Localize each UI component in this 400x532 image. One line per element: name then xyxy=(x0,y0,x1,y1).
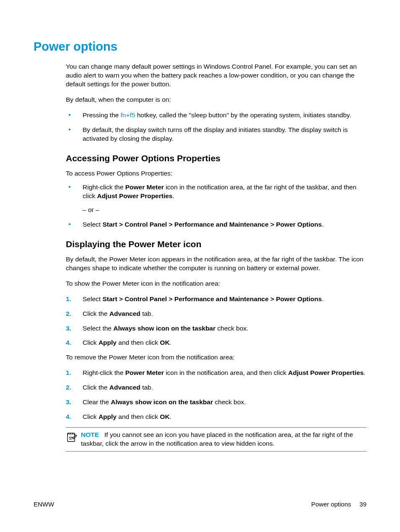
note-icon xyxy=(66,430,81,443)
section-heading-displaying: Displaying the Power Meter icon xyxy=(66,238,366,250)
list-item: 2.Click the Advanced tab. xyxy=(66,310,366,318)
access-bullet-list: Right-click the Power Meter icon in the … xyxy=(66,183,366,229)
display-paragraph-1: By default, the Power Meter icon appears… xyxy=(66,255,366,273)
footer-page-number: 39 xyxy=(359,500,366,509)
bold-text: Advanced xyxy=(109,384,140,391)
step-number: 3. xyxy=(66,324,71,333)
bold-text: Start > Control Panel > Performance and … xyxy=(102,221,322,228)
list-item: Right-click the Power Meter icon in the … xyxy=(66,183,366,214)
step-number: 4. xyxy=(66,338,71,347)
hotkey-link[interactable]: fn+f5 xyxy=(120,111,135,119)
bullet-text: . xyxy=(322,221,324,228)
bold-text: Power Meter xyxy=(125,183,164,191)
step-text: icon in the notification area, and then … xyxy=(164,369,288,376)
step-text: tab. xyxy=(140,384,153,391)
list-item: 2.Click the Advanced tab. xyxy=(66,383,366,392)
bold-text: Adjust Power Properties xyxy=(288,369,364,376)
bold-text: Always show icon on the taskbar xyxy=(113,325,216,332)
bold-text: Apply xyxy=(99,339,117,346)
list-item: 4.Click Apply and then click OK. xyxy=(66,413,366,421)
bold-text: Always show icon on the taskbar xyxy=(111,398,213,405)
list-item: 1.Select Start > Control Panel > Perform… xyxy=(66,295,366,304)
bullet-text: . xyxy=(172,192,174,199)
bullet-text: Select xyxy=(83,221,102,228)
list-item: Pressing the fn+f5 hotkey, called the "s… xyxy=(66,111,366,120)
document-page: Power options You can change many defaul… xyxy=(0,0,400,452)
intro-paragraph: You can change many default power settin… xyxy=(66,62,366,89)
step-text: Clear the xyxy=(83,398,111,405)
bold-text: Power Meter xyxy=(125,369,164,376)
step-number: 1. xyxy=(66,295,71,304)
step-text: . xyxy=(170,339,171,346)
step-text: . xyxy=(322,295,324,302)
content-body: You can change many default power settin… xyxy=(34,62,366,452)
bold-text: Start > Control Panel > Performance and … xyxy=(102,295,322,302)
footer-right: Power options 39 xyxy=(311,500,366,509)
list-item: 4.Click Apply and then click OK. xyxy=(66,338,366,347)
step-text: check box. xyxy=(213,398,246,405)
access-intro: To access Power Options Properties: xyxy=(66,169,366,178)
list-item: Select Start > Control Panel > Performan… xyxy=(66,220,366,229)
step-number: 2. xyxy=(66,310,71,318)
page-title: Power options xyxy=(34,39,366,55)
intro-paragraph-2: By default, when the computer is on: xyxy=(66,96,366,104)
footer-left: ENWW xyxy=(34,500,54,509)
bullet-text: hotkey, called the "sleep button" by the… xyxy=(135,111,351,119)
note-text: If you cannot see an icon you have place… xyxy=(81,431,353,447)
or-separator: – or – xyxy=(83,206,366,214)
bold-text: Adjust Power Properties xyxy=(97,192,172,199)
step-number: 4. xyxy=(66,413,71,421)
note-block: NOTE If you cannot see an icon you have … xyxy=(66,427,366,452)
bullet-text: Right-click the xyxy=(83,183,125,191)
list-item: By default, the display switch turns off… xyxy=(66,126,366,143)
step-text: check box. xyxy=(216,325,248,332)
bullet-text: By default, the display switch turns off… xyxy=(83,126,348,142)
list-item: 3.Select the Always show icon on the tas… xyxy=(66,324,366,333)
remove-steps-list: 1.Right-click the Power Meter icon in th… xyxy=(66,369,366,421)
footer-section-name: Power options xyxy=(311,500,351,509)
step-text: and then click xyxy=(117,413,160,420)
step-text: . xyxy=(364,369,365,376)
bullet-text: Pressing the xyxy=(83,111,120,119)
list-item: 3.Clear the Always show icon on the task… xyxy=(66,398,366,407)
page-footer: ENWW Power options 39 xyxy=(34,500,366,509)
bold-text: Advanced xyxy=(109,310,140,317)
display-paragraph-2: To show the Power Meter icon in the noti… xyxy=(66,279,366,288)
step-text: tab. xyxy=(140,310,153,317)
step-text: Click xyxy=(83,339,99,346)
step-text: Click the xyxy=(83,310,109,317)
step-text: Right-click the xyxy=(83,369,125,376)
bold-text: OK xyxy=(160,413,169,420)
bold-text: OK xyxy=(160,339,169,346)
bold-text: Apply xyxy=(99,413,117,420)
note-label: NOTE xyxy=(81,431,99,438)
step-text: . xyxy=(170,413,171,420)
step-text: Click the xyxy=(83,384,109,391)
step-number: 3. xyxy=(66,398,71,407)
step-number: 2. xyxy=(66,383,71,392)
note-body: NOTE If you cannot see an icon you have … xyxy=(81,431,366,448)
section-heading-accessing: Accessing Power Options Properties xyxy=(66,152,366,164)
display-paragraph-3: To remove the Power Meter icon from the … xyxy=(66,353,366,362)
list-item: 1.Right-click the Power Meter icon in th… xyxy=(66,369,366,377)
step-text: Click xyxy=(83,413,99,420)
step-text: Select the xyxy=(83,325,113,332)
step-text: and then click xyxy=(117,339,160,346)
step-text: Select xyxy=(83,295,102,302)
intro-bullet-list: Pressing the fn+f5 hotkey, called the "s… xyxy=(66,111,366,143)
show-steps-list: 1.Select Start > Control Panel > Perform… xyxy=(66,295,366,348)
step-number: 1. xyxy=(66,369,71,377)
